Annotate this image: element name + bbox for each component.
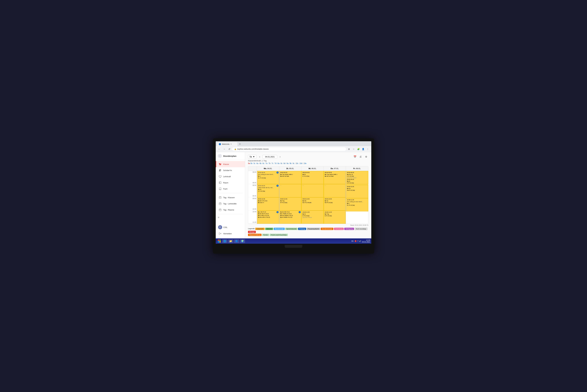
tab-bar: 🔵 WebUntis ✕ + — [216, 141, 371, 146]
stand-info: Stand: 03.01.2021 20:08 76 — [248, 224, 368, 226]
dropdown-arrow-icon: ▼ — [253, 156, 255, 158]
do-slot-4[interactable]: 10:40-11:25 5aTng MR 23 (5a) — [324, 210, 346, 224]
prev-week-button[interactable]: ‹ — [258, 155, 262, 159]
class-link-7a[interactable]: 7a — [266, 162, 268, 164]
class-link-10e[interactable]: 10e — [304, 162, 306, 164]
class-link-9c[interactable]: 9c — [292, 162, 294, 164]
sidebar-item-lehrkraft[interactable]: Lehrkraft — [216, 174, 245, 180]
time-column: 08:00 08:45 08:50 09:35 09:50 10:35 — [248, 171, 257, 224]
legend-sprechstunde: Sprechstunde — [285, 228, 298, 230]
class-link-5c[interactable]: 5c — [254, 162, 255, 164]
class-link-8c[interactable]: 8c — [280, 162, 282, 164]
active-tab[interactable]: 🔵 WebUntis ✕ — [217, 142, 238, 146]
class-link-7b[interactable]: 7b — [268, 162, 270, 164]
sidebar-item-schueler[interactable]: Schüler*in — [216, 167, 245, 174]
translate-icon[interactable]: ⊞ — [347, 147, 351, 151]
day-header-do: Do. 07.01. — [324, 166, 346, 171]
class-link-9b[interactable]: 9b — [290, 162, 292, 164]
print-icon-button[interactable]: 🖨 — [358, 154, 363, 159]
mo-slot-1-info-btn[interactable]: ℹ — [276, 172, 278, 174]
fr-slot-1[interactable]: 08:00-08:45 5aKle, Ni DR 23 (5a) gesamte… — [346, 171, 368, 184]
fr-slot-4[interactable]: 10:40-11:25 Der Auftrag ist eine Woch...… — [346, 198, 368, 212]
class-link-9a[interactable]: 9a — [286, 162, 288, 164]
schueler-icon — [218, 169, 222, 172]
sidebar-item-tag-klassen[interactable]: Tag - Klassen — [216, 194, 245, 200]
taskbar-explorer-icon[interactable]: 📁 — [228, 239, 233, 243]
mi-slot-1[interactable]: 08:00-09:35 5aBr ER 23 (5a) — [302, 171, 324, 184]
extensions-icon[interactable]: 🧩 — [356, 147, 360, 151]
taskbar-chrome-icon[interactable]: 🔵 — [234, 239, 239, 243]
taskbar-ie-icon[interactable]: 🌐 — [222, 239, 228, 243]
do-slot-1[interactable]: 08:00-09:35 5aTngSpSwHalle 1 5aWeswBad — [324, 171, 346, 184]
class-link-5b[interactable]: 5b — [250, 162, 252, 164]
bookmark-icon[interactable]: ☆ — [352, 147, 356, 151]
sidebar-item-raum[interactable]: Raum — [216, 180, 245, 186]
class-link-10d[interactable]: 10d — [300, 162, 302, 164]
mo-slot-4-info-btn[interactable]: ℹ — [276, 211, 278, 213]
do-slot-3[interactable]: 09:50-10:35 5aSe NwR 23 (5a) — [324, 197, 346, 210]
menu-icon[interactable]: ⋮ — [366, 147, 370, 151]
fr-slot-3[interactable]: 09:50-10:35 5aSe NwR 23 (5a) — [346, 185, 368, 198]
class-link-6b[interactable]: 6b — [260, 162, 261, 164]
sidebar-item-tag-lehrkraefte[interactable]: Tag - Lehrkräfte — [216, 200, 245, 207]
di-slot-4[interactable]: 5aMcEthR 24 ℹ 5aJRelEvR 23 (5 5aKeiRelRk… — [279, 210, 302, 224]
mo-slot-4[interactable]: 5aJBKR 23 ℹ 5aMcBKR 24 (5 5aGMPUR 10 M — [257, 210, 279, 224]
sidebar-divider-1 — [218, 193, 242, 193]
mi-slot-4[interactable]: 10:40-11:25 5aNi DR 23 (5a) gesamte Klas… — [302, 210, 324, 224]
timetable-header-row: Mo. 04.01. Di. 05.01. Mi. 06.01. Do. 07.… — [248, 166, 368, 171]
legend-aktivitaet: Aktivität — [265, 228, 273, 230]
legend-verlegung: Verlegung — [344, 228, 354, 230]
raum-label: Raum — [223, 182, 228, 184]
account-icon[interactable]: 👤 — [361, 147, 365, 151]
sidebar-item-klasse[interactable]: Klasse — [216, 161, 245, 167]
sidebar-item-fach[interactable]: Fach — [216, 186, 245, 192]
taskbar-browser-active[interactable]: 🌍 — [240, 239, 245, 243]
teacher-info: Klassenlehrkraft: J, Tng — [248, 160, 368, 162]
calendar-icon-button[interactable]: 📅 — [353, 154, 357, 159]
class-selector-dropdown[interactable]: 5a ▼ — [248, 155, 256, 158]
address-bar[interactable]: 🔒 kephiso.webuntis.com/timetable-classes — [232, 147, 346, 151]
day-header-mi: Mi. 06.01. — [302, 166, 324, 171]
new-tab-button[interactable]: + — [238, 142, 242, 146]
legend-title: Legende — [248, 228, 254, 230]
timetable-container: Mo. 04.01. Di. 05.01. Mi. 06.01. Do. 07.… — [248, 166, 368, 224]
di-slot-3[interactable]: 09:50-10:35 5aTng MR 23 (5a) — [279, 197, 302, 210]
mo-slot-1[interactable]: 08:00-08:45 ℹ Der Auftrag ist eine Woch.… — [257, 171, 279, 184]
class-link-10c[interactable]: 10c — [296, 162, 298, 164]
windows-start-button[interactable] — [217, 239, 222, 244]
logout-label: Abmelden — [223, 232, 232, 235]
class-selected-value: 5a — [250, 156, 252, 158]
toolbar-icons: 📅 🖨 ⚙ — [353, 154, 368, 159]
reload-button[interactable]: ↺ — [227, 147, 231, 151]
settings-icon-button[interactable]: ⚙ — [364, 154, 368, 159]
class-link-8d[interactable]: 8d — [284, 162, 286, 164]
fach-icon — [218, 187, 222, 190]
active-class-link[interactable]: 5a — [248, 162, 250, 164]
legend-vertretung: Vertretung — [334, 228, 344, 230]
class-link-7c[interactable]: 7c — [272, 162, 274, 164]
class-link-8a[interactable]: 8a — [278, 162, 280, 164]
class-link-6c[interactable]: 6c — [262, 162, 264, 164]
tab-title: WebUntis — [222, 143, 230, 145]
mo-slot-3[interactable]: 09:50-10:35 5aBrER 23 (5 5aGoet-t — [257, 197, 279, 210]
mo-slot-2[interactable]: 08:50-09:35 ℹ Liebe Kinder der 5a, mel..… — [257, 184, 279, 197]
class-link-6a[interactable]: 6a — [256, 162, 258, 164]
mo-slot-2-info-btn[interactable]: ℹ — [276, 185, 278, 187]
day-header-di: Di. 05.01. — [279, 166, 302, 171]
taskbar-system-icons: 🔴 🛡 🔊 — [354, 240, 361, 242]
back-button[interactable]: ← — [217, 147, 221, 151]
next-week-button[interactable]: › — [278, 155, 282, 159]
class-link-7d[interactable]: 7d — [274, 162, 276, 164]
user-profile-item[interactable]: C CiSL — [218, 224, 242, 230]
legend-bereitschaft: Bereitschaft — [274, 228, 284, 230]
friday-column: 08:00-08:45 5aKle, Ni DR 23 (5a) gesamte… — [346, 171, 368, 224]
sidebar-back-button[interactable]: ← — [218, 154, 222, 158]
sidebar-item-tag-raeume[interactable]: Tag - Räume — [216, 207, 245, 213]
forward-button[interactable]: → — [222, 147, 226, 151]
sidebar-item-abmelden[interactable]: Abmelden — [218, 230, 242, 237]
current-date-display: 04.01.2021 — [262, 155, 277, 158]
tab-close-button[interactable]: ✕ — [230, 143, 232, 145]
di-slot-1[interactable]: 08:00-09:35 5aTngSpSwHalle 1 5aWeswBad — [279, 171, 302, 184]
mi-slot-3[interactable]: 09:50-10:35 5aWo MuR 10 Musik — [302, 197, 324, 210]
time-col-header — [248, 166, 257, 171]
